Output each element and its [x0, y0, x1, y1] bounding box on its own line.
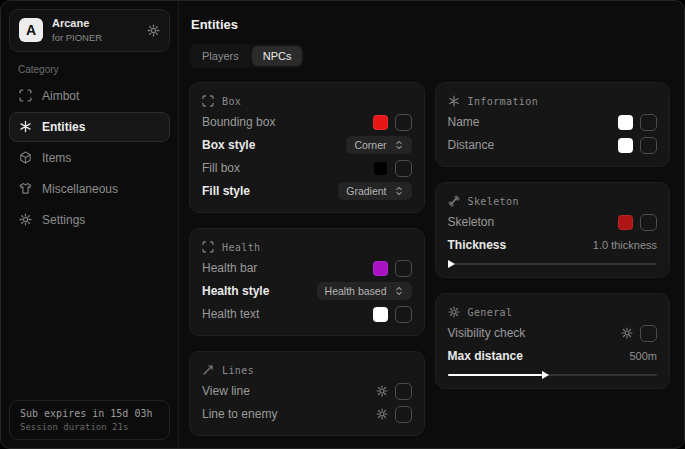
tab-npcs[interactable]: NPCs: [252, 46, 303, 66]
general-gear-icon: [448, 306, 460, 318]
checkbox[interactable]: [395, 114, 412, 131]
max-distance-slider[interactable]: [448, 374, 658, 376]
card-lines: Lines View line Line to enemy: [189, 351, 425, 436]
card-title: Skeleton: [468, 196, 519, 207]
entity-tabs: Players NPCs: [189, 44, 304, 68]
checkbox[interactable]: [395, 260, 412, 277]
checkbox[interactable]: [640, 137, 657, 154]
sidebar-item-settings[interactable]: Settings: [9, 205, 170, 235]
sidebar: A Arcane for PIONER Category Aimbot Enti…: [1, 1, 179, 448]
setting-row-health-bar: Health bar: [202, 259, 412, 277]
health-style-select[interactable]: Health based: [317, 282, 412, 300]
setting-row-line-to-enemy: Line to enemy: [202, 405, 412, 423]
box-style-select[interactable]: Corner: [346, 136, 411, 154]
setting-row-health-text: Health text: [202, 305, 412, 323]
slider-handle[interactable]: [448, 260, 455, 268]
unfold-icon: [394, 186, 404, 196]
bone-icon: [448, 195, 460, 207]
gear-icon[interactable]: [147, 24, 160, 37]
gear-icon[interactable]: [621, 327, 633, 339]
diagonal-line-icon: [202, 364, 214, 376]
card-information: Information Name Distance: [435, 82, 671, 167]
setting-row-name: Name: [448, 113, 658, 131]
setting-row-view-line: View line: [202, 382, 412, 400]
color-swatch[interactable]: [618, 138, 633, 153]
gear-icon: [19, 213, 32, 226]
unfold-icon: [394, 286, 404, 296]
slider-handle[interactable]: [542, 371, 549, 379]
page-title: Entities: [191, 17, 670, 32]
app-logo: A: [19, 18, 43, 42]
color-swatch[interactable]: [373, 261, 388, 276]
app-subtitle: for PIONER: [52, 32, 138, 43]
main-panel: Entities Players NPCs Box Bounding box: [179, 1, 684, 448]
sidebar-item-label: Aimbot: [42, 89, 79, 103]
card-general: General Visibility check Max distance 50…: [435, 293, 671, 389]
app-window: A Arcane for PIONER Category Aimbot Enti…: [0, 0, 685, 449]
checkbox[interactable]: [395, 383, 412, 400]
subscription-box: Sub expires in 15d 03h Session duration …: [9, 400, 170, 440]
card-box: Box Bounding box Box style Corner: [189, 82, 425, 213]
color-swatch[interactable]: [618, 215, 633, 230]
sidebar-nav: Aimbot Entities Items Miscellaneous Sett…: [9, 81, 170, 235]
sidebar-item-items[interactable]: Items: [9, 143, 170, 173]
fill-style-select[interactable]: Gradient: [338, 182, 411, 200]
checkbox[interactable]: [395, 406, 412, 423]
setting-row-visibility-check: Visibility check: [448, 324, 658, 342]
checkbox[interactable]: [640, 214, 657, 231]
sidebar-item-entities[interactable]: Entities: [9, 112, 170, 142]
sidebar-item-label: Items: [42, 151, 71, 165]
category-label: Category: [18, 64, 170, 75]
health-scan-icon: [202, 241, 214, 253]
box-scan-icon: [202, 95, 214, 107]
sidebar-item-label: Entities: [42, 120, 85, 134]
card-title: Box: [222, 96, 241, 107]
tab-players[interactable]: Players: [191, 46, 250, 66]
color-swatch[interactable]: [373, 115, 388, 130]
checkbox[interactable]: [395, 160, 412, 177]
setting-row-max-distance: Max distance 500m: [448, 347, 658, 365]
app-title: Arcane: [52, 17, 138, 30]
entities-icon: [19, 120, 32, 133]
card-skeleton: Skeleton Skeleton Thickness 1.0 thicknes…: [435, 182, 671, 278]
unfold-icon: [394, 140, 404, 150]
max-distance-value: 500m: [629, 350, 657, 362]
checkbox[interactable]: [395, 306, 412, 323]
sidebar-item-miscellaneous[interactable]: Miscellaneous: [9, 174, 170, 204]
crosshair-icon: [19, 89, 32, 102]
gear-icon[interactable]: [376, 408, 388, 420]
checkbox[interactable]: [640, 325, 657, 342]
setting-row-box-style: Box style Corner: [202, 136, 412, 154]
session-duration: Session duration 21s: [20, 422, 159, 432]
card-title: Lines: [222, 365, 254, 376]
color-swatch[interactable]: [618, 115, 633, 130]
setting-row-thickness: Thickness 1.0 thickness: [448, 236, 658, 254]
card-title: Health: [222, 242, 261, 253]
setting-row-health-style: Health style Health based: [202, 282, 412, 300]
information-icon: [448, 95, 460, 107]
color-swatch[interactable]: [373, 307, 388, 322]
card-title: General: [468, 307, 513, 318]
package-icon: [19, 151, 32, 164]
sidebar-item-aimbot[interactable]: Aimbot: [9, 81, 170, 111]
checkbox[interactable]: [640, 114, 657, 131]
sidebar-item-label: Miscellaneous: [42, 182, 118, 196]
subscription-expiry: Sub expires in 15d 03h: [20, 408, 159, 419]
brand-header: A Arcane for PIONER: [9, 9, 170, 52]
color-swatch[interactable]: [373, 161, 388, 176]
setting-row-fill-box: Fill box: [202, 159, 412, 177]
card-health: Health Health bar Health style Health ba…: [189, 228, 425, 336]
setting-row-skeleton: Skeleton: [448, 213, 658, 231]
gear-icon[interactable]: [376, 385, 388, 397]
setting-row-distance: Distance: [448, 136, 658, 154]
setting-row-bounding-box: Bounding box: [202, 113, 412, 131]
card-title: Information: [468, 96, 539, 107]
thickness-slider[interactable]: [448, 263, 658, 265]
setting-row-fill-style: Fill style Gradient: [202, 182, 412, 200]
shirt-icon: [19, 182, 32, 195]
sidebar-item-label: Settings: [42, 213, 85, 227]
thickness-value: 1.0 thickness: [593, 239, 657, 251]
